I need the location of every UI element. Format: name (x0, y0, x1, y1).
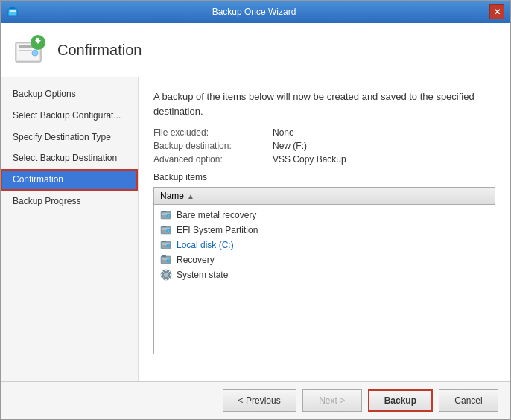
table-row: System state (154, 267, 495, 282)
description-text: A backup of the items below will now be … (153, 89, 495, 118)
footer: < Previous Next > Backup Cancel (1, 381, 510, 419)
row-label-1: EFI System Partition (177, 225, 258, 235)
sort-arrow-icon: ▲ (187, 192, 194, 200)
disk-icon-0 (160, 209, 172, 221)
disk-icon-3 (160, 254, 172, 266)
sidebar-item-specify-destination[interactable]: Specify Destination Type (1, 127, 138, 148)
settings-icon-4 (160, 269, 172, 281)
previous-button[interactable]: < Previous (223, 389, 296, 412)
sidebar-item-confirmation[interactable]: Confirmation (1, 169, 138, 191)
row-label-2: Local disk (C:) (177, 240, 234, 250)
info-label-backup-destination: Backup destination: (153, 141, 273, 151)
info-row-file-excluded: File excluded: None (153, 127, 495, 138)
info-row-backup-destination: Backup destination: New (F:) (153, 141, 495, 151)
info-label-file-excluded: File excluded: (153, 127, 273, 138)
svg-point-6 (32, 50, 38, 56)
page-title: Confirmation (57, 42, 142, 59)
info-value-file-excluded: None (273, 127, 294, 138)
table-row: Recovery (154, 252, 495, 267)
table-header: Name ▲ (154, 188, 495, 205)
table-column-name: Name (160, 191, 184, 201)
sidebar-item-select-backup-destination[interactable]: Select Backup Destination (1, 147, 138, 169)
title-bar: Backup Once Wizard ✕ (1, 1, 510, 23)
app-icon (7, 6, 19, 18)
svg-rect-15 (162, 226, 166, 227)
svg-rect-5 (19, 50, 32, 51)
disk-icon-2 (160, 239, 172, 251)
svg-rect-11 (162, 211, 166, 212)
sidebar: Backup Options Select Backup Configurat.… (1, 77, 139, 381)
header-area: Confirmation (1, 23, 510, 77)
row-label-0: Bare metal recovery (177, 210, 256, 220)
cancel-button[interactable]: Cancel (439, 389, 498, 412)
svg-rect-0 (8, 9, 17, 16)
svg-point-10 (167, 214, 170, 217)
table-row: Bare metal recovery (154, 208, 495, 223)
svg-point-18 (167, 244, 170, 247)
header-icon (13, 32, 48, 68)
sidebar-item-select-backup-config[interactable]: Select Backup Configurat... (1, 105, 138, 127)
svg-point-25 (164, 273, 168, 277)
sidebar-item-backup-progress[interactable]: Backup Progress (1, 191, 138, 212)
backup-items-table: Name ▲ Bare metal recove (153, 187, 495, 354)
backup-button[interactable]: Backup (368, 389, 433, 412)
main-window: Backup Once Wizard ✕ Confirmation (0, 0, 511, 420)
table-row: EFI System Partition (154, 223, 495, 238)
close-button[interactable]: ✕ (489, 4, 504, 19)
info-row-advanced-option: Advanced option: VSS Copy Backup (153, 154, 495, 165)
table-body: Bare metal recovery EFI System Partition (154, 205, 495, 354)
svg-point-14 (167, 229, 170, 232)
info-value-backup-destination: New (F:) (273, 141, 307, 151)
info-value-advanced-option: VSS Copy Backup (273, 154, 346, 165)
next-button[interactable]: Next > (302, 389, 362, 412)
main-panel: A backup of the items below will now be … (139, 77, 510, 381)
content-area: Backup Options Select Backup Configurat.… (1, 77, 510, 381)
window-title: Backup Once Wizard (19, 7, 489, 17)
row-label-3: Recovery (177, 255, 215, 265)
svg-point-22 (167, 259, 170, 262)
svg-rect-19 (162, 241, 166, 242)
row-label-4: System state (177, 270, 228, 280)
svg-rect-1 (10, 10, 16, 12)
sidebar-item-backup-options[interactable]: Backup Options (1, 83, 138, 105)
svg-rect-23 (162, 255, 166, 257)
backup-items-label: Backup items (153, 172, 495, 182)
table-row: Local disk (C:) (154, 238, 495, 252)
info-label-advanced-option: Advanced option: (153, 154, 273, 165)
disk-icon-1 (160, 224, 172, 236)
